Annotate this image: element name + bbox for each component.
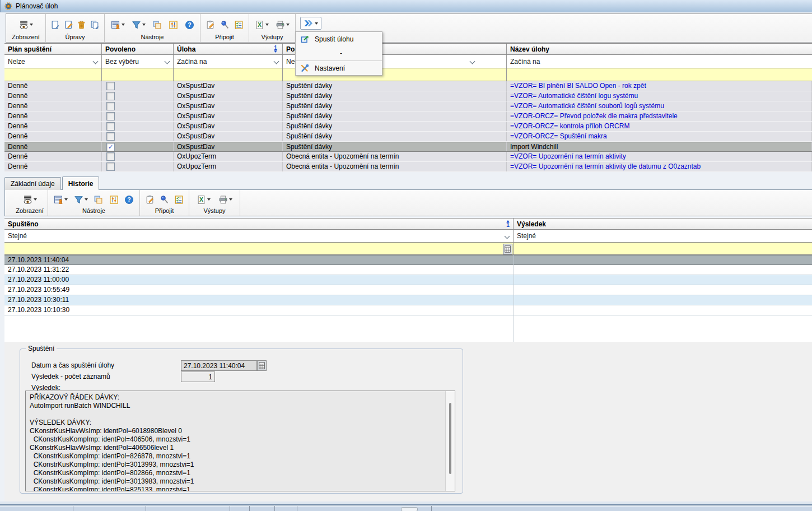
table-row[interactable]: 27.10.2023 11:00:00 [4,275,812,285]
table-row[interactable]: DenněOxSpustDavSpuštění dávky=VZOR-ORCZ=… [4,112,812,122]
data-view-icon [54,195,63,205]
task-name-cell[interactable]: =VZOR-ORCZ= Převod položek dle makra pře… [507,112,812,121]
tab-basic-data[interactable]: Základní údaje [4,177,61,190]
enabled-checkbox[interactable] [106,92,115,100]
settings-sliders-button[interactable] [107,192,121,207]
table-row[interactable]: DenněOxSpustDavSpuštění dávky=VZOR-ORCZ=… [4,122,812,132]
result-log-box[interactable]: PŘÍKAZOVÝ ŘÁDEK DÁVKY: AutoImport runBat… [25,391,455,491]
calendar-picker-button[interactable] [503,244,512,254]
enabled-checkbox[interactable]: ✓ [106,143,115,151]
help-button[interactable] [182,17,197,32]
table-row[interactable]: DenněOxSpustDavSpuštění dávky=VZOR-ORCZ=… [4,132,812,142]
checklist-button[interactable] [172,192,185,207]
filter-operator-task[interactable]: Začíná na [174,55,283,68]
table-row[interactable]: 27.10.2023 10:30:11 [4,295,812,305]
toolbar-group-tools: Nástroje [105,14,200,42]
data-view-button[interactable] [108,17,127,32]
table-row[interactable]: DenněOxSpustDavSpuštění dávky=VZOR= BI p… [4,81,812,91]
table-row[interactable]: Denně✓OxSpustDavSpuštění dávkyImport Win… [4,142,812,152]
settings-sliders-button[interactable] [166,17,180,32]
filter-input-result[interactable] [514,243,812,254]
enabled-checkbox[interactable] [106,122,115,131]
filter-operator-result[interactable]: Stejné [514,230,812,242]
help-button[interactable] [122,192,136,207]
data-view-button[interactable] [52,192,70,207]
duplicate-button[interactable] [150,17,165,32]
table-row[interactable]: DenněOxUpozTermObecná entita - Upozorněn… [4,162,812,172]
result-cell [514,305,812,315]
filter-operator-started[interactable]: Stejné [4,230,514,242]
enabled-checkbox[interactable] [106,132,115,141]
run-datetime-field[interactable]: 27.10.2023 11:40:04 [181,360,257,371]
desc-cell: Spuštění dávky [283,91,507,101]
filter-input-started[interactable] [4,243,514,254]
task-name-cell[interactable]: =VZOR= Upozornění na termín aktivity dle… [507,162,812,171]
column-header-name[interactable]: Název úlohy [507,44,812,54]
enabled-checkbox[interactable] [106,102,115,110]
filter-input-task[interactable] [174,68,283,81]
excel-export-button[interactable] [253,17,272,32]
task-name-cell[interactable]: =VZOR= BI plnění BI SALDO Open - rok zpě… [507,81,812,91]
table-row[interactable]: DenněOxSpustDavSpuštění dávky=VZOR= Auto… [4,101,812,112]
started-cell: 27.10.2023 11:00:00 [4,275,514,285]
delete-record-button[interactable] [76,17,88,32]
copy-record-button[interactable] [89,17,101,32]
print-button[interactable] [273,17,292,32]
column-header-plan[interactable]: Plán spuštění [4,44,102,54]
vertical-scrollbar[interactable] [445,391,455,491]
table-row[interactable]: DenněOxSpustDavSpuštění dávky=VZOR= Auto… [4,91,812,101]
task-name-cell[interactable]: =VZOR-ORCZ= Spuštění makra [507,132,812,141]
enabled-checkbox[interactable] [106,152,115,161]
calendar-picker-button[interactable] [257,360,267,371]
view-button[interactable] [16,17,36,32]
more-button[interactable] [300,17,321,30]
table-row[interactable]: 27.10.2023 11:31:22 [4,265,812,275]
duplicate-button[interactable] [91,192,105,207]
edit-record-button[interactable] [63,17,74,32]
filter-button[interactable] [129,17,148,32]
pin-button[interactable] [218,17,231,32]
task-name-cell[interactable]: =VZOR= Automatické čištění souborů logů … [507,101,812,111]
print-icon [218,195,228,205]
filter-button[interactable] [72,192,90,207]
column-header-enabled[interactable]: Povoleno [102,44,174,54]
task-name-cell[interactable]: =VZOR= Upozornění na termín aktivity [507,152,812,161]
attach-note-button[interactable] [204,17,217,32]
filter-input-plan[interactable] [4,68,102,81]
filter-input-enabled[interactable] [102,68,174,81]
attach-note-button[interactable] [143,192,156,207]
new-record-button[interactable] [49,17,61,32]
column-header-task[interactable]: Úloha 1 [174,44,283,54]
plan-cell: Denně [4,91,102,101]
table-row[interactable]: 27.10.2023 11:40:04 [4,255,812,265]
table-row[interactable]: DenněOxUpozTermObecná entita - Upozorněn… [4,152,812,162]
excel-export-button[interactable] [194,192,214,207]
menu-item-separator[interactable]: - [296,46,382,61]
column-header-result[interactable]: Výsledek [514,219,812,229]
task-name-cell[interactable]: =VZOR-ORCZ= kontrola příloh ORCRM [507,122,812,131]
result-cell [514,295,812,305]
filter-operator-name[interactable]: Začíná na [507,55,812,68]
tab-history[interactable]: Historie [62,176,100,190]
table-row[interactable]: 27.10.2023 10:55:49 [4,285,812,295]
enabled-checkbox[interactable] [106,112,115,120]
table-row[interactable]: 27.10.2023 10:10:30 [4,305,812,315]
menu-item-run-task[interactable]: Spustit úlohu [296,32,382,46]
filter-input-name[interactable] [507,68,812,81]
filter-operator-plan[interactable]: Nelze [4,55,102,68]
menu-item-settings[interactable]: Nastavení [296,61,382,75]
print-button[interactable] [216,192,236,207]
pin-button[interactable] [158,192,171,207]
view-button[interactable] [20,192,40,207]
tab-bar: Základní údaje Historie [4,176,100,190]
enabled-checkbox[interactable] [106,82,115,90]
column-header-started[interactable]: Spuštěno 1 [4,219,514,229]
scrollbar-thumb[interactable] [449,403,451,474]
checklist-button[interactable] [232,17,245,32]
filter-operator-enabled[interactable]: Bez výběru [102,55,174,68]
task-name-cell[interactable]: =VZOR= Automatické čištění logu systému [507,91,812,101]
result-count-field[interactable]: 1 [181,371,215,382]
enabled-checkbox[interactable] [106,162,115,171]
enabled-cell: ✓ [102,142,174,151]
chevron-down-icon [207,198,211,201]
